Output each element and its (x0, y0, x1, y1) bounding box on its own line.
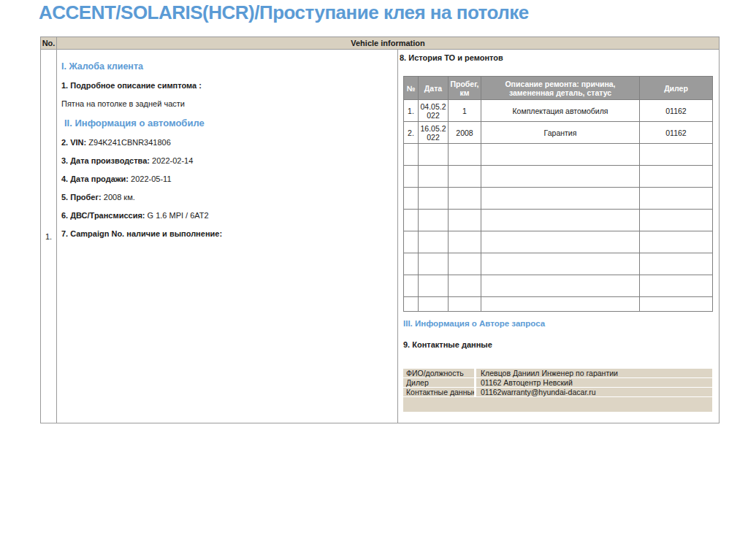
history-empty-cell (640, 166, 713, 188)
contact-table-filler (403, 397, 712, 412)
report-table-body: 1. I. Жалоба клиента 1. Подробное описан… (41, 50, 719, 423)
history-empty-cell (640, 144, 713, 166)
history-and-author-pane: 8. История ТО и ремонтов №ДатаПробег, км… (398, 50, 719, 423)
field-label: 7. Campaign No. наличие и выполнение: (61, 229, 222, 238)
history-empty-cell (404, 166, 419, 188)
history-cell: 2. (404, 122, 419, 144)
history-empty-row (404, 188, 713, 210)
history-empty-cell (481, 253, 640, 275)
history-empty-row (404, 231, 713, 253)
contact-row: Дилер01162 Автоцентр Невский (403, 378, 712, 387)
symptom-text: Пятна на потолке в задней части (61, 99, 389, 108)
history-column-header: Дилер (640, 77, 713, 100)
history-section-title: 8. История ТО и ремонтов (400, 53, 719, 62)
history-empty-cell (404, 144, 419, 166)
field-label: 2. VIN: (61, 138, 86, 147)
history-empty-cell (419, 188, 449, 210)
history-empty-cell (404, 253, 419, 275)
contact-value: 01162 Автоцентр Невский (476, 378, 712, 387)
vehicle-information-header: Vehicle information (57, 37, 719, 49)
history-empty-cell (419, 231, 449, 253)
vehicle-field: 3. Дата производства: 2022-02-14 (61, 156, 389, 165)
history-empty-cell (419, 253, 449, 275)
history-row: 1.04.05.20221Комплектация автомобиля0116… (404, 100, 713, 122)
vehicle-field: 5. Пробег: 2008 км. (61, 193, 389, 202)
field-label: 4. Дата продажи: (61, 174, 129, 183)
contact-label: ФИО/должность (403, 369, 476, 377)
field-label: 3. Дата производства: (61, 156, 150, 165)
history-empty-row (404, 275, 713, 297)
history-empty-cell (449, 253, 481, 275)
history-empty-cell (481, 144, 640, 166)
history-empty-cell (640, 210, 713, 231)
history-empty-row (404, 210, 713, 231)
history-empty-cell (404, 297, 419, 312)
vehicle-field: 6. ДВС/Трансмиссия: G 1.6 MPI / 6АТ2 (61, 211, 389, 220)
history-empty-row (404, 253, 713, 275)
complaint-and-vehicle-pane: I. Жалоба клиента 1. Подробное описание … (57, 50, 398, 423)
history-empty-cell (449, 297, 481, 312)
contacts-table: ФИО/должностьКлевцов Даниил Инженер по г… (403, 369, 712, 412)
contacts-label: 9. Контактные данные (403, 340, 719, 349)
history-empty-cell (419, 275, 449, 297)
vehicle-fields-list: 2. VIN: Z94K241CBNR3418063. Дата произво… (61, 138, 389, 238)
history-empty-cell (640, 188, 713, 210)
field-value: Z94K241CBNR341806 (86, 138, 171, 147)
author-section-title: III. Информация о Авторе запроса (403, 319, 719, 328)
no-column-header: No. (41, 37, 57, 49)
history-empty-cell (404, 231, 419, 253)
history-cell: 1 (449, 100, 481, 122)
report-table-header: No. Vehicle information (41, 37, 719, 50)
contact-value: 01162warranty@hyundai-dacar.ru (476, 388, 712, 396)
history-cell: 01162 (640, 100, 713, 122)
history-empty-cell (449, 275, 481, 297)
history-empty-cell (481, 231, 640, 253)
field-label: 6. ДВС/Трансмиссия: (61, 211, 145, 220)
history-empty-cell (481, 166, 640, 188)
service-history-body: 1.04.05.20221Комплектация автомобиля0116… (404, 100, 713, 312)
vehicle-field: 2. VIN: Z94K241CBNR341806 (61, 138, 389, 147)
history-cell: 2008 (449, 122, 481, 144)
history-empty-row (404, 297, 713, 312)
contact-row: Контактные данные01162warranty@hyundai-d… (403, 388, 712, 396)
history-empty-cell (481, 188, 640, 210)
service-history-table: №ДатаПробег, кмОписание ремонта: причина… (403, 76, 713, 312)
field-value: 2022-05-11 (129, 174, 172, 183)
history-column-header: № (404, 77, 419, 100)
history-empty-cell (481, 210, 640, 231)
history-empty-cell (640, 253, 713, 275)
field-value: 2008 км. (102, 193, 135, 202)
history-empty-row (404, 144, 713, 166)
vehicle-section-title: II. Информация о автомобиле (61, 118, 389, 129)
contact-row: ФИО/должностьКлевцов Даниил Инженер по г… (403, 369, 712, 377)
history-empty-cell (404, 275, 419, 297)
history-cell: 16.05.2022 (419, 122, 449, 144)
history-empty-cell (419, 297, 449, 312)
complaint-section-title: I. Жалоба клиента (61, 61, 389, 72)
history-empty-cell (449, 166, 481, 188)
history-empty-cell (449, 231, 481, 253)
history-empty-cell (640, 297, 713, 312)
page-title: ACCENT/SOLARIS(HCR)/Проступание клея на … (39, 1, 529, 24)
history-empty-row (404, 166, 713, 188)
symptom-label: 1. Подробное описание симптома : (61, 81, 389, 90)
history-cell: 01162 (640, 122, 713, 144)
field-label: 5. Пробег: (61, 193, 102, 202)
history-empty-cell (404, 210, 419, 231)
history-empty-cell (404, 188, 419, 210)
vehicle-field: 7. Campaign No. наличие и выполнение: (61, 229, 389, 238)
history-empty-cell (481, 275, 640, 297)
vehicle-report-table: No. Vehicle information 1. I. Жалоба кли… (40, 37, 720, 423)
row-number-cell: 1. (41, 50, 57, 423)
vehicle-field: 4. Дата продажи: 2022-05-11 (61, 174, 389, 183)
history-column-header: Описание ремонта: причина, замененная де… (481, 77, 640, 100)
history-empty-cell (640, 275, 713, 297)
service-history-head: №ДатаПробег, кмОписание ремонта: причина… (404, 77, 713, 100)
history-empty-cell (449, 210, 481, 231)
contact-value: Клевцов Даниил Инженер по гарантии (476, 369, 712, 377)
history-row: 2.16.05.20222008Гарантия01162 (404, 122, 713, 144)
history-empty-cell (419, 144, 449, 166)
contact-label: Контактные данные (403, 388, 476, 396)
history-cell: Комплектация автомобиля (481, 100, 640, 122)
history-column-header: Пробег, км (449, 77, 481, 100)
